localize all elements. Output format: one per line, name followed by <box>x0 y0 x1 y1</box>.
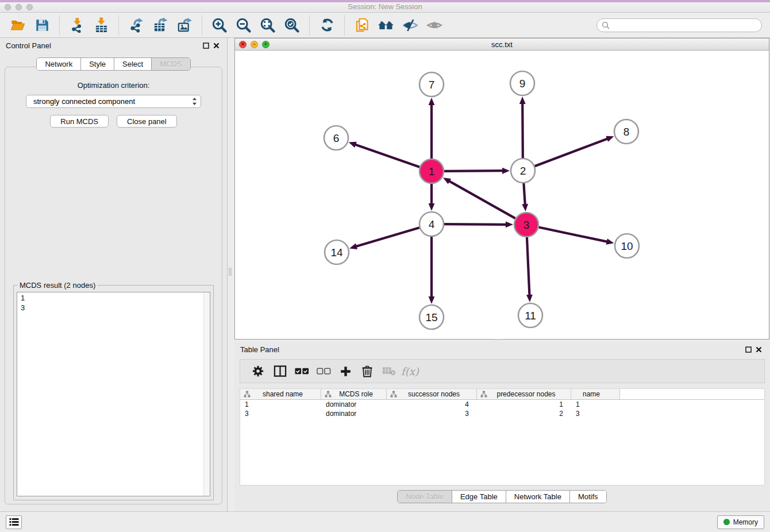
tab-edge-table[interactable]: Edge Table <box>452 491 506 503</box>
table-cell[interactable]: 1 <box>477 400 571 409</box>
graph-edge-2-9[interactable] <box>522 102 523 158</box>
tab-network[interactable]: Network <box>37 58 80 70</box>
table-row[interactable]: 1dominator411 <box>240 400 764 409</box>
graph-edge-2-8[interactable] <box>535 138 609 167</box>
table-panel-header: Table Panel <box>234 342 769 357</box>
delete-column-button[interactable] <box>357 361 377 381</box>
search-input[interactable] <box>613 21 757 29</box>
add-column-button[interactable] <box>336 361 355 381</box>
table-panel: Table Panel <box>234 342 769 511</box>
graph-edge-arrowhead <box>429 98 435 105</box>
open-file-button[interactable] <box>7 15 28 36</box>
task-history-button[interactable] <box>6 515 22 529</box>
select-all-columns-button[interactable] <box>292 361 311 381</box>
zoom-fit-button[interactable] <box>257 15 278 36</box>
graph-node-label-10: 10 <box>621 240 633 252</box>
column-header-MCDS-role[interactable]: MCDS role <box>321 389 387 399</box>
export-network-button[interactable] <box>126 15 147 36</box>
float-panel-button[interactable] <box>201 40 211 51</box>
column-header-successor-nodes[interactable]: successor nodes <box>387 389 477 399</box>
panel-divider-handle[interactable] <box>229 268 232 276</box>
tab-network-table[interactable]: Network Table <box>506 491 569 503</box>
header-filler <box>620 389 764 399</box>
graph-edge-1-6[interactable] <box>354 144 419 167</box>
trash-icon <box>361 365 373 377</box>
clone-network-button[interactable] <box>352 15 372 36</box>
import-network-button[interactable] <box>67 15 87 36</box>
column-header-predecessor-nodes[interactable]: predecessor nodes <box>477 389 571 399</box>
close-panel-button[interactable] <box>211 40 221 51</box>
import-table-icon <box>94 17 109 33</box>
hide-selected-button[interactable] <box>400 15 421 36</box>
close-panel-action-button[interactable]: Close panel <box>117 115 177 128</box>
import-table-button[interactable] <box>91 15 111 36</box>
table-cell[interactable]: 1 <box>240 400 321 409</box>
graph-edge-1-2[interactable] <box>444 171 504 171</box>
deselect-all-columns-button[interactable] <box>314 361 333 381</box>
table-settings-button[interactable] <box>248 361 268 381</box>
graph-node-label-9: 9 <box>519 78 526 90</box>
close-icon <box>213 43 220 49</box>
zoom-in-button[interactable] <box>209 15 230 36</box>
table-row[interactable]: 3dominator323 <box>240 409 764 418</box>
delete-table-button[interactable] <box>379 361 399 381</box>
run-mcds-button[interactable]: Run MCDS <box>50 115 109 128</box>
network-window-titlebar: ✕ − + scc.txt <box>235 38 769 51</box>
application-window: Session: New Session <box>0 0 770 532</box>
mcds-result-box[interactable]: 1 3 <box>17 292 210 496</box>
graph-edge-4-3[interactable] <box>444 224 507 225</box>
float-table-panel-button[interactable] <box>743 344 753 354</box>
table-cell[interactable]: 4 <box>387 400 477 409</box>
show-hidden-button[interactable] <box>424 15 445 36</box>
tab-motifs[interactable]: Motifs <box>569 491 606 503</box>
export-image-button[interactable] <box>174 15 195 36</box>
optimization-criterion-select[interactable]: strongly connected component <box>26 95 201 108</box>
column-header-label: successor nodes <box>399 390 476 398</box>
column-header-name[interactable]: name <box>571 389 620 399</box>
table-cell[interactable]: 2 <box>477 409 571 418</box>
table-header-row: shared nameMCDS rolesuccessor nodesprede… <box>240 389 764 400</box>
node-table[interactable]: shared nameMCDS rolesuccessor nodesprede… <box>240 388 765 485</box>
graph-edge-arrowhead <box>349 244 357 249</box>
save-session-button[interactable] <box>32 15 52 36</box>
export-table-button[interactable] <box>150 15 171 36</box>
memory-status-button[interactable]: Memory <box>717 515 764 529</box>
graph-edge-3-10[interactable] <box>539 228 609 242</box>
graph-edge-arrowhead <box>506 221 513 228</box>
table-cell[interactable]: 3 <box>240 409 321 418</box>
export-image-icon <box>177 17 192 33</box>
table-cell[interactable]: 1 <box>571 400 620 409</box>
tab-node-table[interactable]: Node Table <box>398 491 452 503</box>
table-cell[interactable]: dominator <box>321 400 387 409</box>
table-cell[interactable]: 3 <box>387 409 477 418</box>
column-tree-icon <box>480 391 487 398</box>
window-titlebar: Session: New Session <box>0 0 770 13</box>
zoom-selected-button[interactable] <box>282 15 302 36</box>
graph-edge-3-11[interactable] <box>527 237 530 296</box>
refresh-view-button[interactable] <box>317 15 337 36</box>
save-icon <box>34 18 49 33</box>
close-table-panel-button[interactable] <box>753 344 764 354</box>
panel-divider-handle[interactable] <box>494 339 502 341</box>
function-builder-button[interactable]: f(x) <box>401 365 419 377</box>
network-canvas[interactable]: 7968124314101511 <box>235 51 769 339</box>
graph-edge-3-1[interactable] <box>448 180 515 218</box>
checked-boxes-icon <box>295 367 309 375</box>
close-icon <box>756 346 762 353</box>
table-cell[interactable]: 3 <box>571 409 620 418</box>
graph-edge-2-3[interactable] <box>523 183 525 206</box>
tab-mcds[interactable]: MCDS <box>151 58 190 70</box>
column-selector-button[interactable] <box>270 361 290 381</box>
tab-select[interactable]: Select <box>114 58 151 70</box>
column-header-shared-name[interactable]: shared name <box>240 389 321 399</box>
search-box[interactable] <box>596 18 762 32</box>
graph-edge-4-14[interactable] <box>355 228 419 246</box>
network-graph[interactable]: 7968124314101511 <box>235 51 769 339</box>
apply-layout-button[interactable] <box>376 15 396 36</box>
gear-icon <box>252 365 264 377</box>
tab-style[interactable]: Style <box>80 58 114 70</box>
memory-label: Memory <box>733 518 758 526</box>
zoom-out-button[interactable] <box>233 15 254 36</box>
result-scrollbar[interactable] <box>203 292 210 496</box>
table-cell[interactable]: dominator <box>321 409 387 418</box>
